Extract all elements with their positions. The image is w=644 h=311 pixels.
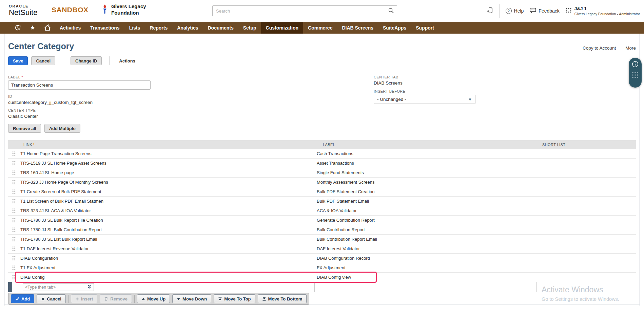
add-button[interactable]: Add: [11, 294, 34, 303]
link-cell[interactable]: TRS-1780 JJ SL List Bulk Report Email: [20, 237, 315, 242]
label-cell[interactable]: DAF Interest Validator: [315, 246, 537, 251]
nav-item-reports[interactable]: Reports: [145, 22, 172, 34]
label-cell[interactable]: Generate Contribution Report: [315, 218, 537, 223]
link-cell[interactable]: TRS-323 JJ Home Page Of Monthly Screens: [20, 180, 315, 185]
feedback-widget[interactable]: [629, 58, 642, 88]
drag-handle-icon[interactable]: [8, 256, 20, 261]
copy-to-account-link[interactable]: Copy to Account: [583, 45, 616, 51]
drag-handle-icon[interactable]: [8, 237, 20, 242]
home-icon[interactable]: [40, 22, 55, 34]
nav-item-setup[interactable]: Setup: [238, 22, 261, 34]
save-button[interactable]: Save: [8, 56, 28, 65]
drag-handle-icon[interactable]: [8, 246, 20, 251]
edit-short-list-cell[interactable]: [537, 282, 636, 292]
insert-button[interactable]: Insert: [71, 294, 97, 303]
link-cell[interactable]: TRS-1780 JJ SL Bulk Report File Creation: [20, 218, 315, 223]
label-cell[interactable]: Bulk Contribution Report Email: [315, 237, 537, 242]
search-input[interactable]: [212, 5, 397, 16]
nav-item-commerce[interactable]: Commerce: [303, 22, 337, 34]
table-row[interactable]: TRS-1519 JJ SL Home Page Asset ScreensAs…: [8, 159, 636, 168]
label-field-input[interactable]: [8, 80, 151, 90]
link-cell[interactable]: DIAB Config: [20, 275, 315, 280]
nav-item-customization[interactable]: Customization: [261, 22, 303, 34]
feedback-menu[interactable]: Feedback: [530, 7, 559, 15]
more-link[interactable]: More: [625, 45, 636, 51]
label-cell[interactable]: Bulk PDF Statement Email: [315, 199, 537, 204]
edit-label-cell[interactable]: [315, 282, 537, 292]
cancel-button[interactable]: Cancel: [37, 294, 66, 303]
drag-handle-icon[interactable]: [8, 161, 20, 166]
cancel-button[interactable]: Cancel: [31, 56, 55, 65]
insert-before-select[interactable]: - Unchanged -: [374, 95, 475, 104]
label-cell[interactable]: FX Adjustment: [315, 265, 537, 270]
link-cell[interactable]: TRS-160 JJ SL Home page: [20, 170, 315, 175]
label-cell[interactable]: DIAB Config view: [315, 275, 537, 280]
table-row[interactable]: T1 List Screen of Bulk PDF Email Statmen…: [8, 197, 636, 206]
help-menu[interactable]: Help: [506, 8, 524, 14]
drag-handle-icon[interactable]: [8, 189, 20, 194]
link-cell[interactable]: TRS-1780 JJ SL Bulk Contribution Report: [20, 227, 315, 232]
change-id-button[interactable]: Change ID: [71, 56, 102, 65]
move-to-top-button[interactable]: Move To Top: [214, 294, 255, 303]
link-combo-input[interactable]: <Type then tab>: [23, 283, 94, 291]
link-cell[interactable]: T1 Home Page Transaction Screens: [20, 151, 315, 156]
table-row[interactable]: TRS-1780 JJ SL Bulk Report File Creation…: [8, 216, 636, 225]
table-row[interactable]: T1 Home Page Transaction ScreensCash Tra…: [8, 149, 636, 159]
remove-all-button[interactable]: Remove all: [8, 124, 41, 133]
nav-item-lists[interactable]: Lists: [124, 22, 145, 34]
move-down-button[interactable]: Move Down: [172, 294, 211, 303]
nav-item-transactions[interactable]: Transactions: [85, 22, 124, 34]
double-chevron-down-icon[interactable]: [87, 284, 92, 290]
label-cell[interactable]: Asset Transactions: [315, 161, 537, 166]
recent-records-icon[interactable]: [10, 22, 25, 34]
nav-item-analytics[interactable]: Analytics: [172, 22, 203, 34]
quick-add-icon[interactable]: [486, 7, 493, 15]
label-cell[interactable]: Monthly Assessment Screens: [315, 180, 537, 185]
nav-item-suiteapps[interactable]: SuiteApps: [378, 22, 411, 34]
drag-handle-icon[interactable]: [8, 208, 20, 213]
label-cell[interactable]: Single Fund Statements: [315, 170, 537, 175]
drag-handle-icon[interactable]: [8, 180, 20, 185]
link-cell[interactable]: T1 List Screen of Bulk PDF Email Statmen: [20, 199, 315, 204]
table-row[interactable]: TRS-160 JJ SL Home pageSingle Fund State…: [8, 168, 636, 178]
table-row[interactable]: T1 FX AdjustmentFX Adjustment: [8, 263, 636, 273]
table-row[interactable]: DIAB ConfigurationDIAB Configuration Rec…: [8, 254, 636, 263]
drag-handle-icon[interactable]: [8, 275, 20, 280]
search-icon[interactable]: [388, 8, 394, 15]
netsuite-logo[interactable]: ORACLE NetSuite: [9, 4, 37, 16]
table-row[interactable]: T1 DAF Interest Revenue ValidatorDAF Int…: [8, 244, 636, 254]
user-menu[interactable]: J&J 1 Givers Legacy Foundation - Adminis…: [566, 6, 640, 16]
drag-handle-icon[interactable]: [8, 227, 20, 232]
move-to-bottom-button[interactable]: Move To Bottom: [258, 294, 307, 303]
label-cell[interactable]: DIAB Configuration Record: [315, 256, 537, 261]
drag-handle-icon[interactable]: [8, 218, 20, 223]
link-cell[interactable]: T1 DAF Interest Revenue Validator: [20, 246, 315, 251]
nav-item-diab-screens[interactable]: DIAB Screens: [337, 22, 378, 34]
link-cell[interactable]: TRS-1519 JJ SL Home Page Asset Screens: [20, 161, 315, 166]
drag-handle-icon[interactable]: [8, 170, 20, 175]
label-cell[interactable]: Bulk PDF Statement Creation: [315, 189, 537, 194]
label-cell[interactable]: Cash Transactions: [315, 151, 537, 156]
link-cell[interactable]: T1 Create Screen of Bulk PDF Statement: [20, 189, 315, 194]
actions-menu-button[interactable]: Actions: [117, 56, 137, 65]
add-multiple-button[interactable]: Add Multiple: [44, 124, 80, 133]
remove-button[interactable]: Remove: [100, 294, 132, 303]
move-up-button[interactable]: Move Up: [137, 294, 170, 303]
nav-item-support[interactable]: Support: [411, 22, 439, 34]
drag-handle-icon[interactable]: [8, 265, 20, 270]
drag-handle-icon[interactable]: [8, 199, 20, 204]
table-row[interactable]: TRS-1780 JJ SL Bulk Contribution ReportB…: [8, 225, 636, 235]
table-row[interactable]: TRS-323 JJ SL ACA & IOA ValidatorACA & I…: [8, 206, 636, 216]
table-row[interactable]: TRS-1780 JJ SL List Bulk Report EmailBul…: [8, 235, 636, 244]
link-cell[interactable]: DIAB Configuration: [20, 256, 315, 261]
link-cell[interactable]: T1 FX Adjustment: [20, 265, 315, 270]
table-row[interactable]: TRS-323 JJ Home Page Of Monthly ScreensM…: [8, 178, 636, 187]
table-row[interactable]: T1 Create Screen of Bulk PDF StatementBu…: [8, 187, 636, 197]
nav-item-documents[interactable]: Documents: [203, 22, 238, 34]
drag-handle-icon[interactable]: [8, 151, 20, 156]
link-cell[interactable]: TRS-323 JJ SL ACA & IOA Validator: [20, 208, 315, 213]
nav-item-activities[interactable]: Activities: [55, 22, 85, 34]
table-row[interactable]: DIAB ConfigDIAB Config view: [8, 273, 636, 282]
label-cell[interactable]: Bulk Contribution Report: [315, 227, 537, 232]
label-cell[interactable]: ACA & IOA Validator: [315, 208, 537, 213]
